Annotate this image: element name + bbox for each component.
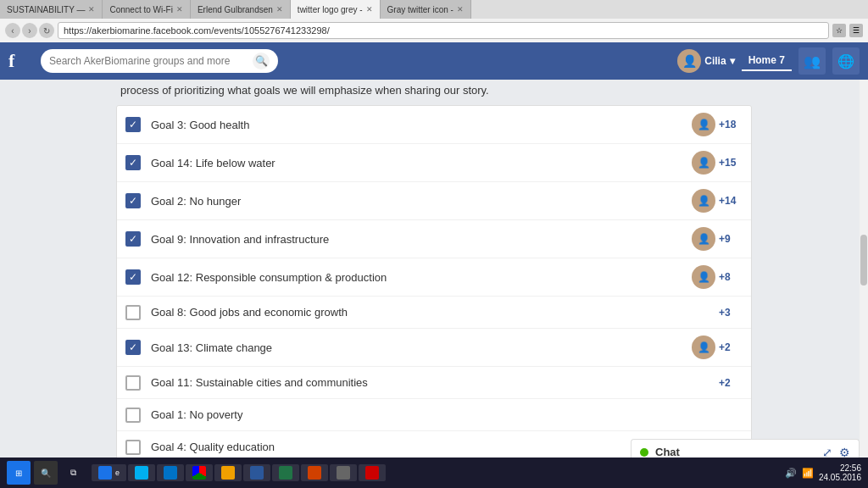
goal-list: Goal 3: Good health👤+18Goal 14: Life bel… (116, 105, 752, 464)
vote-area-1: 👤+18 (692, 113, 743, 136)
vote-area-4: 👤+9 (692, 227, 743, 251)
tab-close-4[interactable]: ✕ (366, 5, 373, 14)
forward-button[interactable]: › (22, 23, 37, 38)
tab-2[interactable]: Connect to Wi-Fi ✕ (103, 0, 190, 19)
vote-count-2: +15 (719, 157, 743, 169)
tab-bar: SUSTAINABILITY — ✕ Connect to Wi-Fi ✕ Er… (0, 0, 868, 19)
vote-count-6: +3 (719, 307, 743, 319)
goal-label-5: Goal 12: Responsible consumption & produ… (151, 271, 685, 284)
search-input[interactable] (49, 55, 248, 67)
goal-checkbox-8[interactable] (125, 375, 141, 391)
taskbar-app-chrome[interactable] (186, 464, 213, 481)
taskbar-app-explorer[interactable] (214, 464, 242, 481)
avatar: 👤 (677, 49, 701, 73)
tab-close-5[interactable]: ✕ (457, 5, 464, 14)
search-icon[interactable]: 🔍 (253, 53, 270, 69)
user-profile[interactable]: 👤 Cilia ▾ (677, 49, 734, 73)
network-icon[interactable]: 📶 (802, 468, 814, 479)
goal-checkbox-10[interactable] (125, 440, 141, 455)
search-box[interactable]: 🔍 (41, 49, 278, 73)
tab-close-3[interactable]: ✕ (276, 5, 283, 14)
vote-count-8: +2 (719, 377, 743, 389)
vote-avatar-1: 👤 (692, 113, 715, 136)
goal-checkbox-5[interactable] (125, 269, 141, 285)
taskbar-app-ie[interactable]: e (92, 464, 126, 481)
goal-checkbox-6[interactable] (125, 305, 141, 320)
taskbar-app-outlook[interactable] (157, 464, 184, 481)
facebook-header: f 🔍 👤 Cilia ▾ Home 7 👥 🌐 (0, 42, 868, 80)
vote-count-7: +2 (719, 341, 743, 353)
tab-3[interactable]: Erlend Gulbrandsen ✕ (191, 0, 291, 19)
globe-icon[interactable]: 🌐 (832, 47, 860, 75)
goal-item-8: Goal 11: Sustainable cities and communit… (117, 367, 751, 399)
scrollbar-thumb[interactable] (860, 235, 867, 286)
goal-item-1: Goal 3: Good health👤+18 (117, 106, 751, 144)
tab-close-2[interactable]: ✕ (176, 5, 183, 14)
vote-avatar-7: 👤 (692, 336, 715, 359)
vote-avatar-4: 👤 (692, 227, 715, 251)
goal-checkbox-2[interactable] (125, 155, 141, 170)
url-bar[interactable]: https://akerbiomarine.facebook.com/event… (58, 22, 829, 39)
vote-avatar-2: 👤 (692, 151, 715, 175)
goal-item-5: Goal 12: Responsible consumption & produ… (117, 258, 751, 297)
taskbar: ⊞ 🔍 ⧉ e (0, 458, 868, 488)
vote-area-2: 👤+15 (692, 151, 743, 175)
chat-status-dot (640, 448, 648, 457)
bookmark-icon[interactable]: ☆ (832, 24, 846, 37)
goal-checkbox-3[interactable] (125, 193, 141, 208)
goal-item-9: Goal 1: No poverty (117, 399, 751, 431)
tab-close-1[interactable]: ✕ (88, 5, 95, 14)
goal-item-6: Goal 8: Good jobs and economic growth+3 (117, 297, 751, 329)
start-button[interactable]: ⊞ (7, 461, 31, 485)
goal-label-3: Goal 2: No hunger (151, 195, 685, 208)
intro-text: process of prioritizing what goals we wi… (116, 84, 752, 97)
taskbar-app-ppt[interactable] (301, 464, 328, 481)
task-view-button[interactable]: ⧉ (61, 461, 85, 485)
home-button[interactable]: Home 7 (742, 51, 792, 71)
main-content: process of prioritizing what goals we wi… (0, 80, 868, 464)
vote-count-5: +8 (719, 271, 743, 283)
taskbar-app-acrobat[interactable] (359, 464, 386, 481)
taskbar-app-word[interactable] (243, 464, 270, 481)
tab-5[interactable]: Gray twitter icon - ✕ (381, 0, 471, 19)
taskbar-app-excel[interactable] (272, 464, 299, 481)
goal-checkbox-9[interactable] (125, 408, 141, 423)
vote-area-7: 👤+2 (692, 336, 743, 359)
vote-area-8: +2 (719, 377, 743, 389)
goal-label-9: Goal 1: No poverty (151, 408, 743, 421)
goal-label-6: Goal 8: Good jobs and economic growth (151, 306, 712, 319)
friends-icon[interactable]: 👥 (798, 47, 826, 75)
vote-avatar-5: 👤 (692, 265, 715, 289)
settings-icon[interactable]: ☰ (849, 24, 863, 37)
goal-item-7: Goal 13: Climate change👤+2 (117, 329, 751, 367)
goal-checkbox-4[interactable] (125, 231, 141, 247)
taskbar-app-notepad[interactable] (330, 464, 357, 481)
tab-1[interactable]: SUSTAINABILITY — ✕ (0, 0, 103, 19)
facebook-logo: f (8, 50, 34, 72)
goal-item-4: Goal 9: Innovation and infrastructure👤+9 (117, 220, 751, 258)
content-area: process of prioritizing what goals we wi… (116, 80, 752, 464)
taskbar-app-skype[interactable] (128, 464, 155, 481)
taskbar-right: 🔊 📶 22:56 24.05.2016 (778, 463, 868, 482)
system-clock[interactable]: 22:56 24.05.2016 (819, 463, 861, 482)
vote-area-6: +3 (719, 307, 743, 319)
goal-label-8: Goal 11: Sustainable cities and communit… (151, 376, 712, 389)
search-taskbar-button[interactable]: 🔍 (34, 461, 58, 485)
vote-avatar-3: 👤 (692, 189, 715, 213)
taskbar-apps: e (92, 464, 778, 481)
address-bar: ‹ › ↻ https://akerbiomarine.facebook.com… (0, 19, 868, 42)
vote-count-3: +14 (719, 195, 743, 207)
back-button[interactable]: ‹ (5, 23, 20, 38)
goal-checkbox-1[interactable] (125, 117, 141, 132)
tab-4[interactable]: twitter logo grey - ✕ (291, 0, 381, 19)
chat-label: Chat (655, 446, 815, 458)
goal-label-7: Goal 13: Climate change (151, 341, 685, 354)
vote-area-5: 👤+8 (692, 265, 743, 289)
vote-area-3: 👤+14 (692, 189, 743, 213)
goal-checkbox-7[interactable] (125, 340, 141, 355)
scrollbar[interactable] (860, 80, 868, 464)
goal-item-2: Goal 14: Life below water👤+15 (117, 144, 751, 182)
goal-label-1: Goal 3: Good health (151, 119, 685, 131)
reload-button[interactable]: ↻ (39, 23, 54, 38)
volume-icon[interactable]: 🔊 (785, 468, 797, 479)
